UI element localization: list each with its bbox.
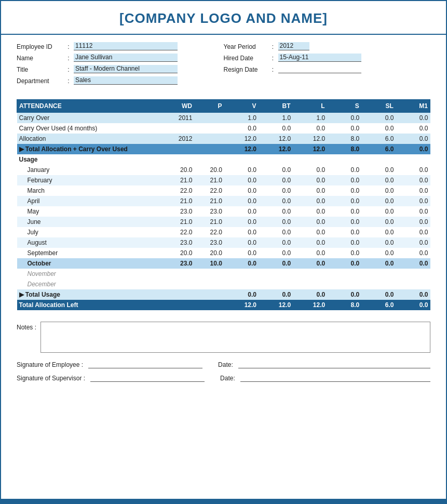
table-row: Carry Over Used (4 months)0.00.00.00.00.… — [17, 123, 430, 134]
table-row: Allocation201212.012.012.08.06.00.0 — [17, 134, 430, 144]
col-s: S — [327, 100, 361, 113]
table-row: May23.023.00.00.00.00.00.00.0 — [17, 206, 430, 217]
table-row: Usage — [17, 154, 430, 165]
table-header-row: ATTENDANCE WD P V BT L S SL M1 — [17, 100, 430, 113]
row-sl: 0.0 — [361, 258, 396, 269]
hired-date-colon: : — [268, 55, 278, 62]
row-v: 0.0 — [224, 123, 259, 134]
row-m1: 0.0 — [396, 300, 430, 310]
row-bt: 0.0 — [259, 258, 293, 269]
row-v: 0.0 — [224, 196, 259, 206]
row-m1: 0.0 — [396, 165, 430, 175]
row-m1: 0.0 — [396, 196, 430, 206]
col-wd: WD — [158, 100, 194, 113]
row-p — [194, 269, 224, 279]
resign-date-row: Resign Date : — [224, 65, 431, 73]
row-sl: 0.0 — [361, 237, 396, 248]
row-p — [194, 300, 224, 310]
row-v: 12.0 — [224, 134, 259, 144]
row-m1: 0.0 — [396, 175, 430, 185]
row-p: 21.0 — [194, 175, 224, 185]
title-value: Staff - Modern Channel — [74, 65, 178, 73]
row-bt: 0.0 — [259, 227, 293, 237]
year-period-colon: : — [268, 43, 278, 50]
row-m1 — [396, 269, 430, 279]
employee-id-row: Employee ID : 11112 — [17, 42, 224, 50]
row-l: 0.0 — [293, 175, 327, 185]
row-bt: 12.0 — [259, 134, 293, 144]
row-wd — [158, 154, 194, 165]
dept-row: Department : Sales — [17, 76, 224, 85]
table-row: August23.023.00.00.00.00.00.00.0 — [17, 237, 430, 248]
info-left: Employee ID : 11112 Name : Jane Sullivan… — [17, 42, 224, 88]
row-s: 0.0 — [327, 289, 361, 300]
employee-id-label: Employee ID — [17, 43, 63, 50]
row-s: 0.0 — [327, 113, 361, 124]
row-p — [194, 144, 224, 154]
row-l: 0.0 — [293, 165, 327, 175]
row-s: 0.0 — [327, 237, 361, 248]
row-s — [327, 269, 361, 279]
row-p — [194, 123, 224, 134]
row-bt: 0.0 — [259, 289, 293, 300]
row-bt: 0.0 — [259, 165, 293, 175]
hired-date-label: Hired Date — [224, 55, 268, 62]
supervisor-sig-row: Signature of Supervisor : Date: — [17, 375, 430, 382]
notes-section: Notes : — [1, 315, 446, 356]
col-v: V — [224, 100, 259, 113]
employee-id-colon: : — [63, 43, 74, 50]
row-sl — [361, 269, 396, 279]
row-p — [194, 154, 224, 165]
row-l: 0.0 — [293, 237, 327, 248]
row-v: 0.0 — [224, 248, 259, 258]
row-wd — [158, 289, 194, 300]
row-bt — [259, 269, 293, 279]
table-row: December — [17, 279, 430, 289]
employee-sig-row: Signature of Employee : Date: — [17, 361, 430, 368]
info-right: Year Period : 2012 Hired Date : 15-Aug-1… — [224, 42, 431, 88]
row-wd: 23.0 — [158, 237, 194, 248]
row-m1: 0.0 — [396, 227, 430, 237]
row-s: 0.0 — [327, 185, 361, 196]
row-bt — [259, 154, 293, 165]
row-m1: 0.0 — [396, 123, 430, 134]
row-wd: 22.0 — [158, 185, 194, 196]
row-label: February — [17, 175, 159, 185]
notes-box[interactable] — [40, 322, 430, 353]
row-wd — [158, 144, 194, 154]
row-m1: 0.0 — [396, 248, 430, 258]
row-sl: 0.0 — [361, 196, 396, 206]
row-p: 20.0 — [194, 165, 224, 175]
col-m1: M1 — [396, 100, 430, 113]
row-wd: 23.0 — [158, 206, 194, 217]
dept-label: Department — [17, 77, 63, 85]
row-sl: 0.0 — [361, 175, 396, 185]
row-sl: 0.0 — [361, 185, 396, 196]
row-sl: 6.0 — [361, 300, 396, 310]
dept-colon: : — [63, 77, 74, 85]
row-s — [327, 279, 361, 289]
row-label: August — [17, 237, 159, 248]
table-row: June21.021.00.00.00.00.00.00.0 — [17, 217, 430, 227]
year-period-value: 2012 — [278, 42, 309, 50]
col-l: L — [293, 100, 327, 113]
row-l: 0.0 — [293, 196, 327, 206]
row-l: 0.0 — [293, 258, 327, 269]
row-bt: 0.0 — [259, 217, 293, 227]
table-row: April21.021.00.00.00.00.00.00.0 — [17, 196, 430, 206]
row-bt: 12.0 — [259, 300, 293, 310]
row-sl: 0.0 — [361, 113, 396, 124]
row-label: Allocation — [17, 134, 159, 144]
row-v: 0.0 — [224, 206, 259, 217]
row-sl — [361, 279, 396, 289]
row-v: 0.0 — [224, 165, 259, 175]
header: [COMPANY LOGO AND NAME] — [1, 1, 446, 35]
row-v — [224, 279, 259, 289]
row-l — [293, 154, 327, 165]
row-p: 22.0 — [194, 185, 224, 196]
table-row: July22.022.00.00.00.00.00.00.0 — [17, 227, 430, 237]
row-wd: 20.0 — [158, 248, 194, 258]
row-wd: 21.0 — [158, 196, 194, 206]
row-l: 12.0 — [293, 144, 327, 154]
notes-label: Notes : — [17, 324, 36, 331]
